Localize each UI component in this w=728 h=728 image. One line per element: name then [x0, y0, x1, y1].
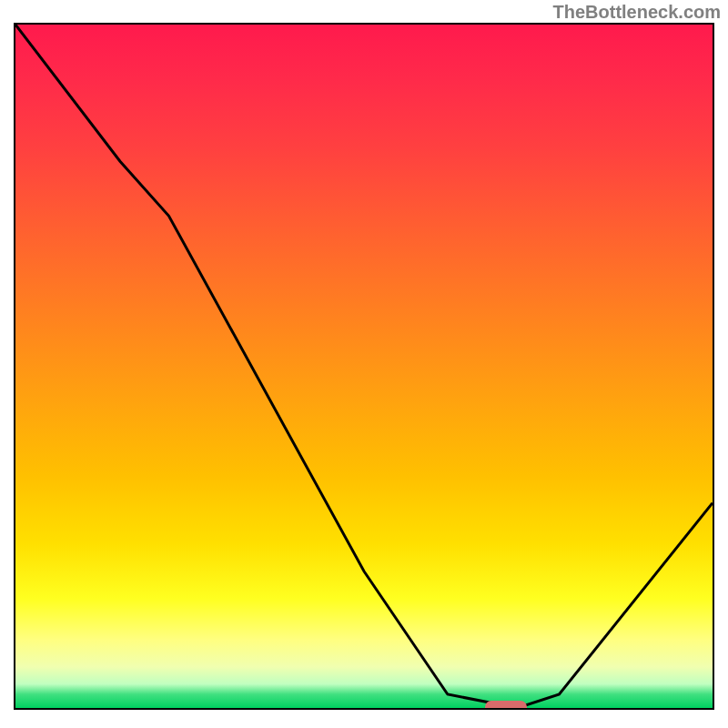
bottleneck-curve-path	[15, 25, 713, 708]
chart-line-svg	[15, 25, 713, 708]
optimal-point-marker	[485, 701, 527, 710]
watermark-text: TheBottleneck.com	[553, 2, 721, 23]
chart-plot-area	[14, 23, 714, 710]
